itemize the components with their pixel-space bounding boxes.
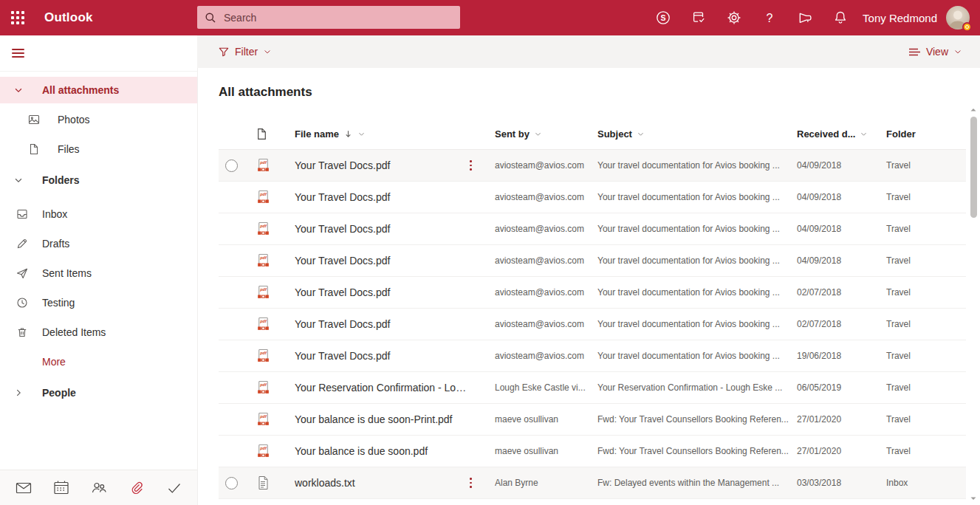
row-more-options-icon[interactable] bbox=[470, 477, 472, 489]
table-row[interactable]: pdf Your balance is due soon.pdf maeve o… bbox=[219, 436, 966, 467]
sidebar-item-testing[interactable]: Testing bbox=[0, 288, 197, 317]
sent-by-cell: aviosteam@avios.com bbox=[495, 255, 597, 266]
command-bar: Filter View bbox=[197, 35, 980, 68]
scroll-up-arrow-icon[interactable] bbox=[970, 106, 977, 114]
user-name[interactable]: Tony Redmond bbox=[863, 12, 937, 24]
chevron-right-icon bbox=[13, 388, 25, 398]
file-name-cell[interactable]: Your balance is due soon.pdf bbox=[295, 445, 470, 457]
attachments-table-body: pdf Your Travel Docs.pdf aviosteam@avios… bbox=[219, 150, 966, 499]
skype-icon[interactable]: S bbox=[645, 0, 681, 35]
filter-button[interactable]: Filter bbox=[218, 46, 272, 58]
svg-text:pdf: pdf bbox=[259, 287, 267, 292]
column-header-file-name[interactable]: File name bbox=[295, 128, 470, 140]
svg-text:?: ? bbox=[767, 12, 773, 24]
table-row[interactable]: pdf Your Travel Docs.pdf aviosteam@avios… bbox=[219, 340, 966, 372]
svg-text:pdf: pdf bbox=[259, 192, 267, 196]
received-date-cell: 19/06/2018 bbox=[797, 351, 886, 361]
file-type-icon bbox=[256, 475, 270, 490]
attachments-module-icon[interactable] bbox=[122, 473, 151, 503]
settings-gear-icon[interactable] bbox=[716, 0, 752, 35]
app-launcher-icon[interactable] bbox=[0, 0, 35, 35]
people-module-icon[interactable] bbox=[84, 473, 114, 503]
table-row[interactable]: pdf Your Travel Docs.pdf aviosteam@avios… bbox=[219, 309, 966, 340]
subject-cell: Your travel documentation for Avios book… bbox=[597, 192, 797, 202]
svg-text:pdf: pdf bbox=[259, 160, 267, 165]
file-name-cell[interactable]: Your Travel Docs.pdf bbox=[295, 159, 470, 171]
sent-by-cell: aviosteam@avios.com bbox=[495, 192, 597, 202]
folder-cell: Travel bbox=[886, 351, 966, 361]
sidebar-item-files[interactable]: Files bbox=[0, 134, 197, 164]
file-name-cell[interactable]: Your Travel Docs.pdf bbox=[295, 255, 470, 267]
calendar-module-icon[interactable] bbox=[47, 473, 76, 503]
sidebar-item-sent-items[interactable]: Sent Items bbox=[0, 258, 197, 288]
file-name-cell[interactable]: Your Reservation Confirmation - Lough... bbox=[295, 382, 470, 394]
column-header-subject[interactable]: Subject bbox=[597, 128, 797, 140]
file-name-cell[interactable]: Your Travel Docs.pdf bbox=[295, 223, 470, 235]
subject-cell: Your travel documentation for Avios book… bbox=[597, 319, 797, 329]
sent-by-cell: aviosteam@avios.com bbox=[495, 351, 597, 361]
svg-text:pdf: pdf bbox=[259, 255, 267, 260]
page-title: All attachments bbox=[198, 68, 980, 100]
file-type-icon: pdf bbox=[256, 190, 271, 205]
table-row[interactable]: pdf Your Travel Docs.pdf aviosteam@avios… bbox=[219, 277, 966, 309]
column-header-received[interactable]: Received d... bbox=[797, 128, 886, 140]
table-row[interactable]: pdf Your Reservation Confirmation - Loug… bbox=[219, 372, 966, 404]
file-name-cell[interactable]: Your Travel Docs.pdf bbox=[295, 318, 470, 330]
view-button[interactable]: View bbox=[908, 46, 962, 58]
row-select-checkbox[interactable] bbox=[225, 477, 238, 489]
subject-cell: Your travel documentation for Avios book… bbox=[597, 287, 797, 298]
sidebar-item-more[interactable]: More bbox=[0, 347, 197, 377]
table-row[interactable]: pdf Your Travel Docs.pdf aviosteam@avios… bbox=[219, 245, 966, 277]
file-name-cell[interactable]: workloads.txt bbox=[295, 477, 470, 489]
table-row[interactable]: pdf Your Travel Docs.pdf aviosteam@avios… bbox=[219, 150, 966, 182]
scrollbar-thumb[interactable] bbox=[970, 117, 977, 218]
sidebar-item-photos[interactable]: Photos bbox=[0, 105, 197, 134]
table-row[interactable]: pdf Your balance is due soon-Print.pdf m… bbox=[219, 404, 966, 436]
help-icon[interactable]: ? bbox=[752, 0, 787, 35]
mail-module-icon[interactable] bbox=[9, 473, 38, 503]
notifications-bell-icon[interactable] bbox=[823, 0, 858, 35]
search-box[interactable] bbox=[197, 6, 460, 29]
file-name-cell[interactable]: Your balance is due soon-Print.pdf bbox=[295, 413, 470, 425]
sidebar-item-inbox[interactable]: Inbox bbox=[0, 199, 197, 229]
file-name-cell[interactable]: Your Travel Docs.pdf bbox=[295, 350, 470, 362]
file-name-cell[interactable]: Your Travel Docs.pdf bbox=[295, 286, 470, 298]
vertical-scrollbar[interactable] bbox=[968, 103, 979, 505]
svg-text:pdf: pdf bbox=[259, 382, 267, 387]
photos-icon bbox=[28, 114, 40, 126]
scroll-down-arrow-icon[interactable] bbox=[970, 495, 977, 502]
main-content: All attachments File name Sent by bbox=[197, 68, 980, 505]
received-date-cell: 03/03/2018 bbox=[797, 478, 886, 488]
chevron-down-icon bbox=[263, 47, 272, 56]
sidebar: All attachments Photos Files Folders Inb bbox=[0, 35, 197, 505]
view-lines-icon bbox=[908, 47, 921, 58]
received-date-cell: 27/01/2020 bbox=[797, 414, 886, 425]
subject-cell: Your travel documentation for Avios book… bbox=[597, 351, 797, 361]
sidebar-section-label: Folders bbox=[42, 174, 80, 186]
file-name-cell[interactable]: Your Travel Docs.pdf bbox=[295, 191, 470, 203]
sidebar-item-all-attachments[interactable]: All attachments bbox=[0, 77, 197, 103]
whats-new-megaphone-icon[interactable] bbox=[787, 0, 823, 35]
sidebar-item-deleted-items[interactable]: Deleted Items bbox=[0, 317, 197, 347]
search-input[interactable] bbox=[224, 12, 453, 24]
column-header-folder[interactable]: Folder bbox=[886, 128, 966, 140]
hamburger-menu-icon[interactable] bbox=[0, 35, 197, 71]
received-date-cell: 04/09/2018 bbox=[797, 192, 886, 202]
table-row[interactable]: pdf Your Travel Docs.pdf aviosteam@avios… bbox=[219, 182, 966, 213]
todo-calendar-icon[interactable] bbox=[681, 0, 716, 35]
search-icon bbox=[205, 12, 216, 24]
file-type-column-icon[interactable] bbox=[256, 128, 295, 140]
user-avatar[interactable] bbox=[946, 6, 970, 30]
filter-icon bbox=[218, 46, 230, 58]
sidebar-folder-list: InboxDraftsSent ItemsTestingDeleted Item… bbox=[0, 199, 197, 347]
todo-module-icon[interactable] bbox=[160, 473, 189, 503]
table-row[interactable]: pdf Your Travel Docs.pdf aviosteam@avios… bbox=[219, 213, 966, 245]
row-select-checkbox[interactable] bbox=[225, 159, 238, 172]
sidebar-section-people[interactable]: People bbox=[0, 378, 197, 408]
sidebar-item-drafts[interactable]: Drafts bbox=[0, 229, 197, 258]
svg-text:pdf: pdf bbox=[259, 414, 267, 419]
column-header-sent-by[interactable]: Sent by bbox=[495, 128, 597, 140]
sidebar-section-folders[interactable]: Folders bbox=[0, 165, 197, 195]
row-more-options-icon[interactable] bbox=[470, 159, 472, 171]
table-row[interactable]: workloads.txt Alan Byrne Fw: Delayed eve… bbox=[219, 467, 966, 499]
